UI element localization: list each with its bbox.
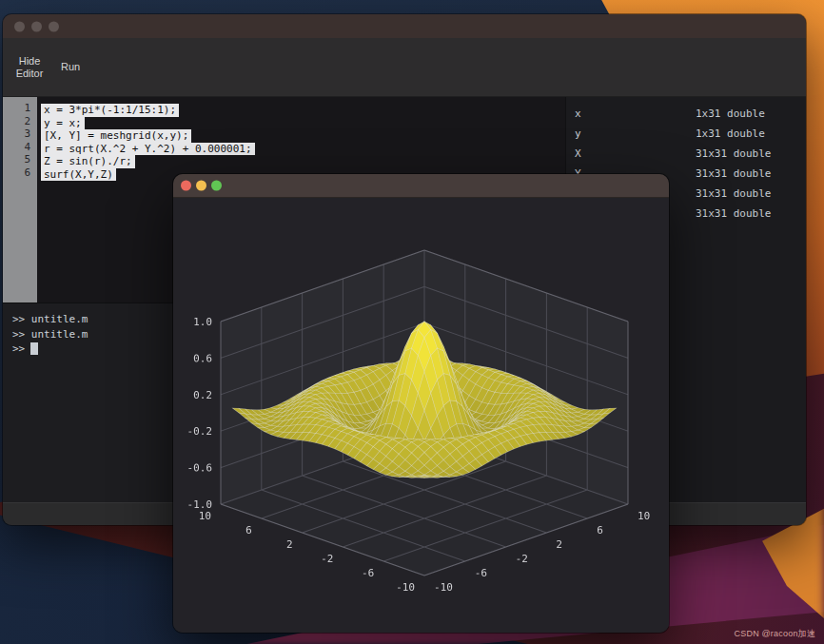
figure-titlebar[interactable] bbox=[173, 174, 669, 198]
close-icon[interactable] bbox=[14, 21, 25, 31]
code-line: y = x; bbox=[41, 115, 565, 128]
code-line-text[interactable]: surf(X,Y,Z) bbox=[41, 168, 116, 182]
close-icon[interactable] bbox=[181, 181, 191, 191]
code-line: x = 3*pi*(-1:1/15:1); bbox=[41, 102, 565, 115]
figure-traffic-lights bbox=[181, 181, 222, 191]
ide-traffic-lights bbox=[14, 21, 59, 31]
variable-value: 31x31 double bbox=[696, 184, 771, 204]
ide-toolbar: Hide Editor Run bbox=[3, 38, 806, 97]
variable-value: 31x31 double bbox=[696, 164, 771, 184]
code-line: [X, Y] = meshgrid(x,y); bbox=[41, 127, 565, 141]
variable-name: X bbox=[575, 144, 581, 164]
line-number: 2 bbox=[3, 115, 37, 128]
code-line: Z = sin(r)./r; bbox=[41, 153, 565, 166]
editor-gutter: 123456 bbox=[3, 97, 37, 302]
workspace-row[interactable]: X31x31 double bbox=[566, 144, 806, 164]
variable-value: 31x31 double bbox=[696, 204, 771, 224]
variable-value: 1x31 double bbox=[696, 124, 765, 144]
console-prompt: >> bbox=[12, 342, 25, 357]
line-number: 6 bbox=[3, 166, 37, 180]
line-number: 4 bbox=[3, 141, 37, 154]
surface-plot-canvas[interactable] bbox=[173, 198, 669, 633]
line-number: 5 bbox=[3, 153, 37, 166]
workspace-row[interactable]: y1x31 double bbox=[566, 124, 806, 144]
minimize-icon[interactable] bbox=[31, 21, 42, 31]
zoom-icon[interactable] bbox=[49, 21, 59, 31]
hide-editor-button[interactable]: Hide Editor bbox=[8, 51, 51, 84]
minimize-icon[interactable] bbox=[196, 181, 206, 191]
zoom-icon[interactable] bbox=[211, 181, 222, 191]
variable-name: y bbox=[575, 124, 581, 144]
ide-titlebar[interactable] bbox=[3, 14, 806, 38]
workspace-row[interactable]: x1x31 double bbox=[566, 104, 806, 124]
desktop: CSDN @racoon加速 Hide Editor Run 123456 x … bbox=[0, 0, 824, 644]
line-number: 1 bbox=[3, 102, 37, 115]
variable-value: 31x31 double bbox=[696, 144, 771, 164]
code-line: r = sqrt(X.^2 + Y.^2) + 0.000001; bbox=[41, 141, 565, 154]
run-button[interactable]: Run bbox=[59, 57, 82, 77]
watermark-text: CSDN @racoon加速 bbox=[735, 628, 815, 640]
figure-window bbox=[173, 174, 669, 633]
text-cursor bbox=[30, 342, 38, 355]
line-number: 3 bbox=[3, 127, 37, 141]
variable-value: 1x31 double bbox=[696, 104, 765, 124]
variable-name: x bbox=[575, 104, 581, 124]
figure-body bbox=[173, 198, 669, 633]
